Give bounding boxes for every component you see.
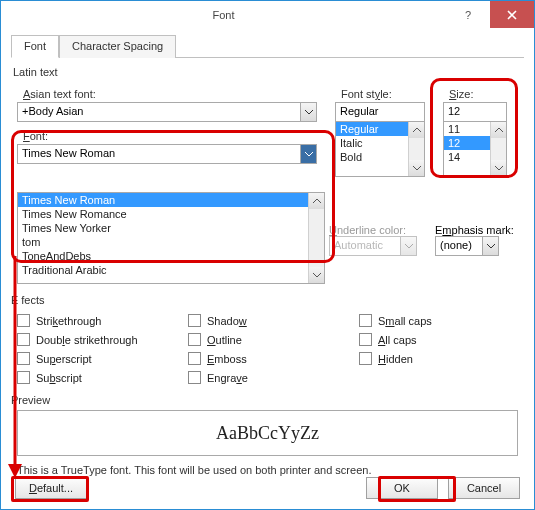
checkbox-hidden[interactable]: Hidden (359, 352, 518, 365)
underline-color-label: Underline color: (329, 224, 417, 236)
checkbox-subscript[interactable]: Subscript (17, 371, 176, 384)
checkbox-engrave[interactable]: Engrave (188, 371, 347, 384)
chevron-down-icon (495, 164, 503, 172)
preview-box: AaBbCcYyZz (17, 410, 518, 456)
scrollbar[interactable] (490, 122, 506, 176)
tab-character-spacing[interactable]: Character Spacing (59, 35, 176, 58)
checkbox-emboss[interactable]: Emboss (188, 352, 347, 365)
asian-font-label: Asian text font: (23, 88, 317, 100)
list-item[interactable]: Times New Romance (18, 207, 324, 221)
window-title: Font (1, 1, 446, 28)
checkbox-all-caps[interactable]: All caps (359, 333, 518, 346)
tabstrip: Font Character Spacing (11, 34, 524, 58)
emphasis-mark-label: Emphasis mark: (435, 224, 514, 236)
font-dropdown-button[interactable] (300, 145, 316, 163)
size-listbox[interactable]: 11 12 14 (443, 121, 507, 177)
list-item[interactable]: Times New Yorker (18, 221, 324, 235)
font-style-listbox[interactable]: Regular Italic Bold (335, 121, 425, 177)
chevron-down-icon (413, 164, 421, 172)
list-item[interactable]: tom (18, 235, 324, 249)
chevron-down-icon (305, 108, 313, 116)
close-icon (507, 10, 517, 20)
underline-color-combo: Automatic (329, 236, 417, 256)
titlebar: Font ? (0, 0, 535, 28)
list-item[interactable]: ToneAndDebs (18, 249, 324, 263)
font-value[interactable]: Times New Roman (18, 145, 300, 163)
default-button[interactable]: Default... (15, 477, 87, 499)
chevron-down-icon (400, 237, 416, 255)
checkbox-outline[interactable]: Outline (188, 333, 347, 346)
size-label: Size: (449, 88, 507, 100)
emphasis-mark-combo[interactable]: (none) (435, 236, 499, 256)
checkbox-shadow[interactable]: Shadow (188, 314, 347, 327)
ok-button[interactable]: OK (366, 477, 438, 499)
size-input[interactable]: 12 (443, 102, 507, 122)
list-item[interactable]: Traditional Arabic (18, 263, 324, 277)
latin-text-label: Latin text (13, 66, 524, 78)
asian-font-combo[interactable]: +Body Asian (17, 102, 317, 122)
preview-label: Preview (11, 394, 524, 406)
font-dropdown-list[interactable]: Times New Roman Times New Romance Times … (17, 192, 325, 284)
truetype-note: This is a TrueType font. This font will … (17, 464, 518, 476)
chevron-up-icon (495, 126, 503, 134)
scrollbar[interactable] (308, 193, 324, 283)
cancel-button[interactable]: Cancel (448, 477, 520, 499)
checkbox-strikethrough[interactable]: Strikethrough (17, 314, 176, 327)
chevron-up-icon (413, 126, 421, 134)
checkbox-superscript[interactable]: Superscript (17, 352, 176, 365)
chevron-down-icon (305, 150, 313, 158)
tab-font[interactable]: Font (11, 35, 59, 58)
asian-font-dropdown-button[interactable] (300, 103, 316, 121)
help-button[interactable]: ? (446, 1, 490, 28)
chevron-down-icon (313, 271, 321, 279)
chevron-down-icon[interactable] (482, 237, 498, 255)
list-item[interactable]: Times New Roman (18, 193, 324, 207)
font-style-label: Font style: (341, 88, 425, 100)
close-button[interactable] (490, 1, 534, 28)
checkbox-double-strikethrough[interactable]: Double strikethrough (17, 333, 176, 346)
checkbox-small-caps[interactable]: Small caps (359, 314, 518, 327)
font-label: Font: (23, 130, 317, 142)
scrollbar[interactable] (408, 122, 424, 176)
asian-font-value[interactable]: +Body Asian (18, 103, 300, 121)
font-combo[interactable]: Times New Roman (17, 144, 317, 164)
font-style-input[interactable]: Regular (335, 102, 425, 122)
chevron-up-icon (313, 197, 321, 205)
effects-label: Effects (11, 294, 524, 306)
